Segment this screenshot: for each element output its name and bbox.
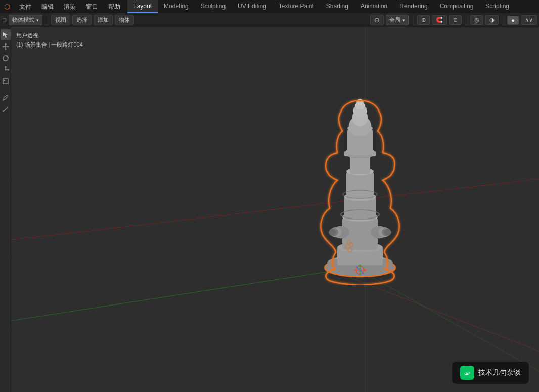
select-menu-btn[interactable]: 选择 bbox=[72, 15, 92, 25]
svg-marker-4 bbox=[2, 46, 4, 48]
global-select[interactable]: 全局 ▾ bbox=[386, 15, 409, 25]
svg-marker-5 bbox=[8, 46, 9, 48]
tab-compositing[interactable]: Compositing bbox=[434, 0, 480, 13]
watermark-icon bbox=[460, 366, 474, 380]
tool-measure[interactable] bbox=[1, 104, 11, 115]
viewport-grid bbox=[11, 27, 539, 392]
tool-move[interactable] bbox=[1, 41, 11, 52]
mode-icon: ◻ bbox=[2, 17, 7, 23]
mode-chevron: ▾ bbox=[36, 18, 39, 23]
svg-marker-3 bbox=[5, 49, 7, 50]
tab-modeling[interactable]: Modeling bbox=[158, 0, 195, 13]
tool-select[interactable] bbox=[1, 29, 11, 40]
view-menu-btn[interactable]: 视图 bbox=[51, 15, 70, 25]
menu-render[interactable]: 渲染 bbox=[59, 1, 81, 13]
viewport-mode-label: 用户透视 bbox=[16, 31, 83, 40]
svg-marker-2 bbox=[5, 43, 7, 45]
viewport-info: 用户透视 (1) 场景集合 | 一般路灯004 bbox=[16, 31, 83, 49]
watermark-text: 技术几句杂谈 bbox=[478, 368, 521, 377]
menu-edit[interactable]: 编辑 bbox=[36, 1, 59, 13]
transform-pivot-btn[interactable]: ⊕ bbox=[417, 15, 430, 25]
viewport-toolbar: ◻ 物体模式 ▾ 视图 选择 添加 物体 ⊙ 全局 ▾ ⊕ 🧲 ⊙ ◎ ◑ ● … bbox=[0, 13, 539, 27]
tool-scale[interactable] bbox=[1, 64, 11, 75]
tab-sculpting[interactable]: Sculpting bbox=[195, 0, 232, 13]
overlay-btn[interactable]: ◎ bbox=[470, 15, 483, 25]
svg-point-72 bbox=[468, 372, 470, 374]
tool-annotate[interactable] bbox=[1, 92, 11, 103]
toolbar-separator-2 bbox=[413, 16, 413, 25]
tab-texture-paint[interactable]: Texture Paint bbox=[273, 0, 320, 13]
svg-point-43 bbox=[384, 229, 391, 235]
main-area: 用户透视 (1) 场景集合 | 一般路灯004 bbox=[0, 27, 539, 392]
svg-rect-14 bbox=[4, 80, 5, 81]
tab-layout[interactable]: Layout bbox=[127, 0, 158, 13]
shading-options-btn[interactable]: ∧∨ bbox=[521, 15, 537, 25]
shading-solid-btn[interactable]: ● bbox=[507, 16, 519, 25]
tool-rotate[interactable] bbox=[1, 53, 11, 64]
svg-rect-11 bbox=[5, 66, 6, 68]
mode-label: 物体模式 bbox=[12, 16, 34, 24]
svg-rect-13 bbox=[3, 79, 8, 84]
svg-line-16 bbox=[3, 107, 8, 112]
tab-scripting[interactable]: Scripting bbox=[479, 0, 515, 13]
toolbar-separator-3 bbox=[466, 16, 466, 25]
menu-window[interactable]: 窗口 bbox=[81, 1, 103, 13]
svg-rect-46 bbox=[346, 171, 374, 199]
svg-point-39 bbox=[329, 229, 336, 235]
left-toolbar bbox=[0, 27, 11, 392]
tab-animation[interactable]: Animation bbox=[354, 0, 393, 13]
global-label: 全局 bbox=[389, 16, 400, 24]
tab-uv-editing[interactable]: UV Editing bbox=[232, 0, 273, 13]
object-menu-btn[interactable]: 物体 bbox=[115, 15, 134, 25]
add-menu-btn[interactable]: 添加 bbox=[94, 15, 113, 25]
selected-object[interactable] bbox=[304, 98, 416, 280]
workspace-tabs: Layout Modeling Sculpting UV Editing Tex… bbox=[127, 0, 515, 13]
watermark: 技术几句杂谈 bbox=[452, 362, 529, 384]
xray-btn[interactable]: ◑ bbox=[485, 15, 499, 25]
viewport-scene-label: (1) 场景集合 | 一般路灯004 bbox=[16, 40, 83, 50]
tool-transform[interactable] bbox=[1, 76, 11, 87]
svg-point-70 bbox=[465, 373, 467, 374]
viewport-3d[interactable]: 用户透视 (1) 场景集合 | 一般路灯004 bbox=[11, 27, 539, 392]
menu-help[interactable]: 帮助 bbox=[103, 1, 125, 13]
tab-rendering[interactable]: Rendering bbox=[393, 0, 433, 13]
tab-shading[interactable]: Shading bbox=[320, 0, 354, 13]
blender-logo[interactable]: ⬡ bbox=[0, 2, 14, 12]
viewport-shading-icon[interactable]: ⊙ bbox=[370, 15, 384, 25]
proportional-edit-btn[interactable]: ⊙ bbox=[449, 15, 462, 25]
global-chevron: ▾ bbox=[402, 18, 405, 23]
object-mode-dropdown[interactable]: 物体模式 ▾ bbox=[9, 15, 42, 25]
snap-btn[interactable]: 🧲 bbox=[432, 15, 447, 25]
top-menu-bar: ⬡ 文件 编辑 渲染 窗口 帮助 Layout Modeling Sculpti… bbox=[0, 0, 539, 13]
toolbar-separator-4 bbox=[503, 16, 503, 25]
svg-point-71 bbox=[467, 372, 468, 373]
svg-rect-10 bbox=[8, 69, 9, 71]
toolbar-separator-1 bbox=[47, 16, 47, 25]
svg-point-12 bbox=[5, 69, 6, 71]
menu-file[interactable]: 文件 bbox=[14, 1, 36, 13]
